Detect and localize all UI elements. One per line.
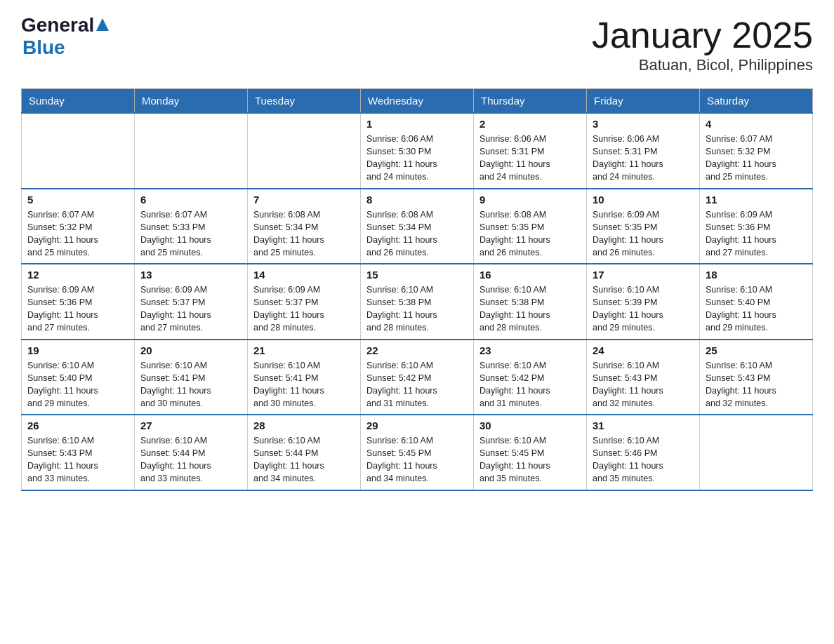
day-number: 23: [479, 344, 581, 356]
day-number: 19: [27, 344, 128, 356]
calendar-cell: 13Sunrise: 6:09 AM Sunset: 5:37 PM Dayli…: [135, 264, 248, 340]
calendar-day-header: Tuesday: [248, 89, 361, 114]
calendar-cell: 3Sunrise: 6:06 AM Sunset: 5:31 PM Daylig…: [587, 113, 700, 189]
calendar-cell: 27Sunrise: 6:10 AM Sunset: 5:44 PM Dayli…: [135, 415, 248, 490]
calendar-cell: 25Sunrise: 6:10 AM Sunset: 5:43 PM Dayli…: [700, 340, 813, 415]
calendar-week-row: 26Sunrise: 6:10 AM Sunset: 5:43 PM Dayli…: [22, 415, 813, 490]
calendar-cell: 17Sunrise: 6:10 AM Sunset: 5:39 PM Dayli…: [587, 264, 700, 340]
calendar-cell: 7Sunrise: 6:08 AM Sunset: 5:34 PM Daylig…: [248, 189, 361, 264]
day-number: 4: [706, 118, 807, 130]
calendar-cell: 9Sunrise: 6:08 AM Sunset: 5:35 PM Daylig…: [474, 189, 587, 264]
day-info: Sunrise: 6:10 AM Sunset: 5:42 PM Dayligh…: [366, 359, 468, 410]
day-info: Sunrise: 6:07 AM Sunset: 5:33 PM Dayligh…: [140, 208, 241, 260]
calendar-week-row: 19Sunrise: 6:10 AM Sunset: 5:40 PM Dayli…: [22, 340, 813, 415]
day-number: 6: [140, 194, 241, 206]
calendar-cell: 31Sunrise: 6:10 AM Sunset: 5:46 PM Dayli…: [587, 415, 700, 490]
day-info: Sunrise: 6:10 AM Sunset: 5:40 PM Dayligh…: [27, 359, 128, 410]
calendar-cell: 12Sunrise: 6:09 AM Sunset: 5:36 PM Dayli…: [22, 264, 135, 340]
calendar-cell: 5Sunrise: 6:07 AM Sunset: 5:32 PM Daylig…: [22, 189, 135, 264]
day-info: Sunrise: 6:10 AM Sunset: 5:43 PM Dayligh…: [593, 359, 694, 410]
day-info: Sunrise: 6:10 AM Sunset: 5:44 PM Dayligh…: [253, 434, 355, 485]
calendar-cell: 20Sunrise: 6:10 AM Sunset: 5:41 PM Dayli…: [135, 340, 248, 415]
calendar-cell: 11Sunrise: 6:09 AM Sunset: 5:36 PM Dayli…: [700, 189, 813, 264]
day-number: 9: [479, 194, 581, 206]
calendar-day-header: Wednesday: [361, 89, 474, 114]
title-block: January 2025 Batuan, Bicol, Philippines: [592, 14, 813, 74]
logo-blue-text: Blue: [22, 36, 65, 58]
calendar-cell: 21Sunrise: 6:10 AM Sunset: 5:41 PM Dayli…: [248, 340, 361, 415]
day-number: 30: [479, 420, 581, 431]
day-info: Sunrise: 6:10 AM Sunset: 5:43 PM Dayligh…: [706, 359, 807, 410]
day-number: 11: [706, 194, 807, 206]
day-info: Sunrise: 6:10 AM Sunset: 5:45 PM Dayligh…: [366, 434, 468, 485]
day-number: 1: [366, 118, 468, 130]
calendar-cell: [248, 113, 361, 189]
day-number: 13: [140, 269, 241, 281]
day-number: 14: [253, 269, 355, 281]
calendar-week-row: 12Sunrise: 6:09 AM Sunset: 5:36 PM Dayli…: [22, 264, 813, 340]
calendar-week-row: 5Sunrise: 6:07 AM Sunset: 5:32 PM Daylig…: [22, 189, 813, 264]
day-number: 26: [27, 420, 128, 431]
calendar-day-header: Saturday: [700, 89, 813, 114]
day-number: 16: [479, 269, 581, 281]
day-info: Sunrise: 6:09 AM Sunset: 5:35 PM Dayligh…: [593, 208, 694, 260]
calendar-cell: 23Sunrise: 6:10 AM Sunset: 5:42 PM Dayli…: [474, 340, 587, 415]
calendar-cell: 10Sunrise: 6:09 AM Sunset: 5:35 PM Dayli…: [587, 189, 700, 264]
day-number: 17: [593, 269, 694, 281]
calendar-cell: 24Sunrise: 6:10 AM Sunset: 5:43 PM Dayli…: [587, 340, 700, 415]
day-number: 10: [593, 194, 694, 206]
page-header: General Blue January 2025 Batuan, Bicol,…: [21, 14, 813, 74]
calendar-cell: 6Sunrise: 6:07 AM Sunset: 5:33 PM Daylig…: [135, 189, 248, 264]
calendar-cell: [135, 113, 248, 189]
day-info: Sunrise: 6:10 AM Sunset: 5:41 PM Dayligh…: [253, 359, 355, 410]
day-number: 2: [479, 118, 581, 130]
day-number: 8: [366, 194, 468, 206]
calendar-title: January 2025: [592, 14, 813, 56]
day-info: Sunrise: 6:10 AM Sunset: 5:45 PM Dayligh…: [479, 434, 581, 485]
calendar-day-header: Thursday: [474, 89, 587, 114]
calendar-cell: 28Sunrise: 6:10 AM Sunset: 5:44 PM Dayli…: [248, 415, 361, 490]
day-number: 3: [593, 118, 694, 130]
calendar-subtitle: Batuan, Bicol, Philippines: [592, 56, 813, 74]
day-info: Sunrise: 6:08 AM Sunset: 5:34 PM Dayligh…: [366, 208, 468, 260]
day-number: 28: [253, 420, 355, 431]
logo: General Blue: [21, 14, 109, 59]
calendar-cell: 22Sunrise: 6:10 AM Sunset: 5:42 PM Dayli…: [361, 340, 474, 415]
calendar-week-row: 1Sunrise: 6:06 AM Sunset: 5:30 PM Daylig…: [22, 113, 813, 189]
calendar-cell: 18Sunrise: 6:10 AM Sunset: 5:40 PM Dayli…: [700, 264, 813, 340]
calendar-cell: [700, 415, 813, 490]
calendar-cell: [22, 113, 135, 189]
day-info: Sunrise: 6:10 AM Sunset: 5:38 PM Dayligh…: [479, 283, 581, 335]
day-number: 20: [140, 344, 241, 356]
day-info: Sunrise: 6:10 AM Sunset: 5:41 PM Dayligh…: [140, 359, 241, 410]
day-info: Sunrise: 6:10 AM Sunset: 5:40 PM Dayligh…: [706, 283, 807, 335]
calendar-cell: 1Sunrise: 6:06 AM Sunset: 5:30 PM Daylig…: [361, 113, 474, 189]
day-number: 29: [366, 420, 468, 431]
calendar-cell: 19Sunrise: 6:10 AM Sunset: 5:40 PM Dayli…: [22, 340, 135, 415]
day-info: Sunrise: 6:06 AM Sunset: 5:30 PM Dayligh…: [366, 133, 468, 184]
day-number: 21: [253, 344, 355, 356]
day-number: 18: [706, 269, 807, 281]
day-number: 12: [27, 269, 128, 281]
day-info: Sunrise: 6:06 AM Sunset: 5:31 PM Dayligh…: [479, 133, 581, 184]
day-info: Sunrise: 6:10 AM Sunset: 5:46 PM Dayligh…: [593, 434, 694, 485]
day-info: Sunrise: 6:09 AM Sunset: 5:37 PM Dayligh…: [253, 283, 355, 335]
day-info: Sunrise: 6:10 AM Sunset: 5:44 PM Dayligh…: [140, 434, 241, 485]
calendar-cell: 16Sunrise: 6:10 AM Sunset: 5:38 PM Dayli…: [474, 264, 587, 340]
logo-general-text: General: [21, 14, 94, 36]
calendar-cell: 8Sunrise: 6:08 AM Sunset: 5:34 PM Daylig…: [361, 189, 474, 264]
calendar-day-header: Sunday: [22, 89, 135, 114]
day-number: 31: [593, 420, 694, 431]
day-info: Sunrise: 6:09 AM Sunset: 5:36 PM Dayligh…: [706, 208, 807, 260]
day-info: Sunrise: 6:08 AM Sunset: 5:34 PM Dayligh…: [253, 208, 355, 260]
day-info: Sunrise: 6:09 AM Sunset: 5:37 PM Dayligh…: [140, 283, 241, 335]
calendar-day-header: Monday: [135, 89, 248, 114]
day-info: Sunrise: 6:08 AM Sunset: 5:35 PM Dayligh…: [479, 208, 581, 260]
day-info: Sunrise: 6:10 AM Sunset: 5:38 PM Dayligh…: [366, 283, 468, 335]
day-info: Sunrise: 6:06 AM Sunset: 5:31 PM Dayligh…: [593, 133, 694, 184]
calendar-cell: 14Sunrise: 6:09 AM Sunset: 5:37 PM Dayli…: [248, 264, 361, 340]
calendar-cell: 2Sunrise: 6:06 AM Sunset: 5:31 PM Daylig…: [474, 113, 587, 189]
day-number: 7: [253, 194, 355, 206]
day-info: Sunrise: 6:09 AM Sunset: 5:36 PM Dayligh…: [27, 283, 128, 335]
day-number: 24: [593, 344, 694, 356]
